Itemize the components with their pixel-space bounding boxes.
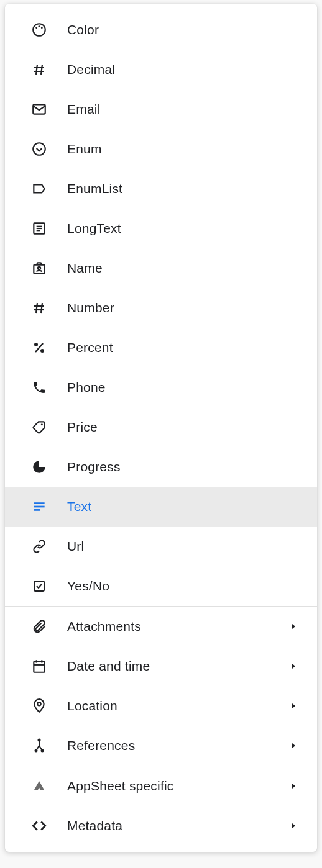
svg-point-15 <box>38 267 40 269</box>
menu-item-longtext[interactable]: LongText <box>5 209 317 248</box>
calendar-icon <box>30 657 48 676</box>
menu-item-decimal[interactable]: Decimal <box>5 50 317 89</box>
svg-point-3 <box>41 27 43 29</box>
menu-item-enum[interactable]: Enum <box>5 129 317 169</box>
menu-item-label: LongText <box>67 221 306 236</box>
location-icon <box>30 697 48 715</box>
svg-line-16 <box>36 303 37 313</box>
menu-item-name[interactable]: Name <box>5 248 317 288</box>
svg-line-17 <box>41 303 42 313</box>
hash-icon <box>30 60 48 79</box>
submenu-arrow-icon <box>288 821 298 831</box>
svg-rect-27 <box>34 581 44 591</box>
menu-item-number[interactable]: Number <box>5 288 317 328</box>
phone-icon <box>30 378 48 397</box>
menu-item-label: Email <box>67 102 306 117</box>
menu-item-datetime[interactable]: Date and time <box>5 646 317 686</box>
checkbox-icon <box>30 577 48 595</box>
menu-item-label: Attachments <box>67 619 288 634</box>
submenu-arrow-icon <box>288 781 298 791</box>
menu-item-label: Url <box>67 539 306 554</box>
menu-item-label: Enum <box>67 142 306 156</box>
menu-item-email[interactable]: Email <box>5 89 317 129</box>
svg-point-1 <box>35 27 37 29</box>
svg-point-34 <box>35 750 37 752</box>
attachment-icon <box>30 617 48 636</box>
menu-item-label: Yes/No <box>67 579 306 594</box>
menu-item-location[interactable]: Location <box>5 686 317 726</box>
menu-item-label: References <box>67 738 288 753</box>
submenu-arrow-icon <box>288 701 298 711</box>
menu-item-phone[interactable]: Phone <box>5 368 317 407</box>
svg-point-33 <box>39 739 40 741</box>
menu-item-label: AppSheet specific <box>67 779 288 793</box>
menu-item-label: Price <box>67 420 306 435</box>
svg-point-9 <box>33 143 45 155</box>
hash-icon <box>30 299 48 317</box>
enum-icon <box>30 140 48 158</box>
menu-item-enumlist[interactable]: EnumList <box>5 169 317 209</box>
menu-item-text[interactable]: Text <box>5 487 317 527</box>
badge-icon <box>30 259 48 278</box>
menu-item-attachments[interactable]: Attachments <box>5 607 317 646</box>
code-icon <box>30 816 48 835</box>
menu-item-label: Name <box>67 261 306 276</box>
menu-item-label: Number <box>67 301 306 315</box>
text-icon <box>30 497 48 516</box>
menu-item-label: Text <box>67 499 306 514</box>
appsheet-icon <box>30 777 48 795</box>
menu-item-references[interactable]: References <box>5 726 317 766</box>
menu-item-label: Color <box>67 22 306 37</box>
menu-item-label: EnumList <box>67 181 306 196</box>
menu-item-label: Date and time <box>67 659 288 674</box>
menu-item-percent[interactable]: Percent <box>5 328 317 368</box>
type-menu: ColorDecimalEmailEnumEnumListLongTextNam… <box>5 4 317 852</box>
link-icon <box>30 537 48 556</box>
menu-item-progress[interactable]: Progress <box>5 447 317 487</box>
svg-point-0 <box>33 24 45 36</box>
menu-item-metadata[interactable]: Metadata <box>5 806 317 846</box>
longtext-icon <box>30 219 48 238</box>
percent-icon <box>30 338 48 357</box>
svg-line-5 <box>41 65 42 75</box>
svg-point-20 <box>34 343 38 346</box>
menu-item-appsheet[interactable]: AppSheet specific <box>5 766 317 806</box>
svg-point-32 <box>37 702 40 705</box>
menu-item-yesno[interactable]: Yes/No <box>5 566 317 606</box>
palette-icon <box>30 20 48 39</box>
merge-icon <box>30 736 48 755</box>
svg-point-2 <box>39 25 40 27</box>
menu-item-price[interactable]: Price <box>5 407 317 447</box>
menu-item-label: Phone <box>67 380 306 395</box>
submenu-arrow-icon <box>288 741 298 751</box>
menu-item-label: Location <box>67 698 288 713</box>
menu-item-color[interactable]: Color <box>5 10 317 50</box>
submenu-arrow-icon <box>288 622 298 631</box>
progress-icon <box>30 458 48 476</box>
menu-item-label: Decimal <box>67 62 306 77</box>
svg-rect-28 <box>34 661 44 672</box>
menu-item-label: Metadata <box>67 818 288 833</box>
tag-icon <box>30 418 48 436</box>
menu-item-label: Progress <box>67 459 306 474</box>
svg-line-4 <box>36 65 37 75</box>
svg-point-23 <box>41 423 43 425</box>
menu-item-label: Percent <box>67 340 306 355</box>
mail-icon <box>30 100 48 119</box>
menu-item-url[interactable]: Url <box>5 527 317 566</box>
label-icon <box>30 179 48 198</box>
svg-point-21 <box>40 349 44 353</box>
svg-point-35 <box>42 750 44 752</box>
submenu-arrow-icon <box>288 661 298 671</box>
